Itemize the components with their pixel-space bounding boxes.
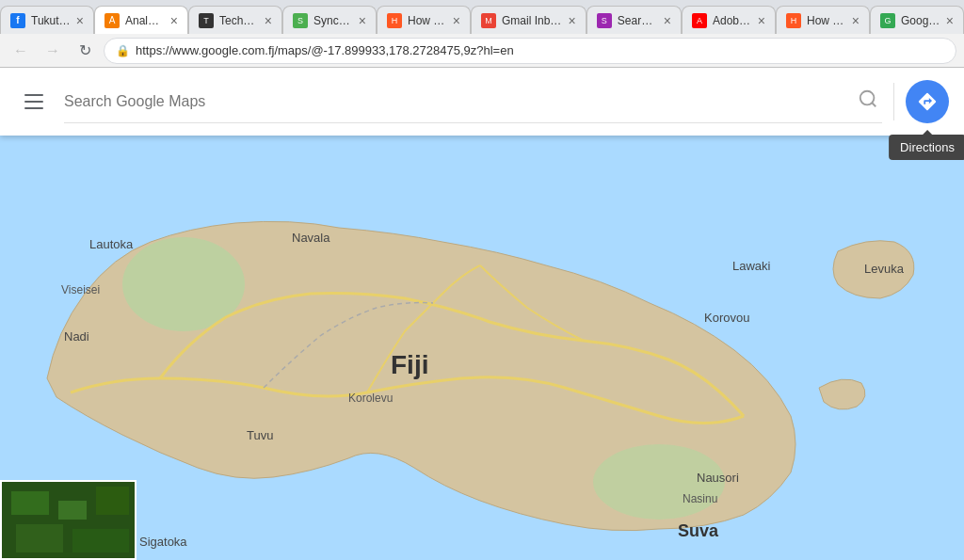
svg-text:Viseisei: Viseisei [61, 283, 100, 296]
tab-label-searchco: Search Co... [618, 14, 658, 27]
tab-favicon-howtom: H [387, 13, 402, 28]
svg-point-21 [860, 91, 875, 105]
tab-favicon-searchco: S [597, 13, 612, 28]
svg-text:Sigatoka: Sigatoka [139, 535, 187, 549]
tab-favicon-howtoe: H [786, 13, 801, 28]
hamburger-line-1 [24, 94, 43, 96]
tab-technology[interactable]: T Technolo... × [188, 6, 282, 34]
tab-label-technology: Technolo... [219, 14, 259, 27]
tab-howtom[interactable]: H How to m... × [377, 6, 471, 34]
tab-close-googlemaps[interactable]: × [946, 13, 954, 28]
svg-text:Suva: Suva [678, 521, 719, 540]
tab-tukutuku[interactable]: f Tukutuku... × [0, 6, 94, 34]
tab-favicon-analytics: A [104, 13, 120, 28]
svg-text:Lawaki: Lawaki [732, 259, 771, 273]
tab-howtoe[interactable]: H How to E... × [776, 6, 870, 34]
svg-rect-29 [72, 529, 129, 552]
svg-text:Korolevu: Korolevu [348, 392, 393, 405]
svg-rect-28 [16, 524, 63, 552]
tab-favicon-synccom: S [293, 13, 308, 28]
svg-text:Nasinu: Nasinu [683, 492, 717, 505]
satellite-thumbnail[interactable] [0, 480, 137, 560]
tab-favicon-gmail: M [481, 13, 496, 28]
svg-text:Navala: Navala [292, 231, 330, 245]
svg-rect-26 [58, 501, 87, 520]
svg-text:Nadi: Nadi [64, 329, 89, 344]
tab-label-howtoe: How to E... [807, 14, 846, 27]
tab-label-synccom: Sync.com... [313, 14, 353, 27]
address-url: https://www.google.com.fj/maps/@-17.8999… [136, 43, 944, 57]
search-button[interactable] [854, 85, 882, 118]
tab-bar: f Tukutuku... × A Analytics × T Technolo… [0, 0, 964, 34]
hamburger-menu-button[interactable] [15, 83, 53, 120]
svg-rect-27 [96, 487, 129, 515]
map-svg: Fiji Korolevu Lautoka Navala Nadi Viseis… [0, 68, 964, 560]
tab-label-googlemaps: Googl... [901, 14, 940, 27]
svg-text:Lautoka: Lautoka [89, 237, 134, 251]
tab-analytics[interactable]: A Analytics × [94, 6, 188, 34]
tab-label-adobe: Adobe Au... [713, 14, 752, 27]
tab-gmail[interactable]: M Gmail Inbox (37... × [471, 6, 586, 34]
secure-icon: 🔒 [116, 44, 130, 57]
reload-button[interactable]: ↻ [72, 38, 98, 64]
svg-rect-25 [11, 491, 49, 515]
tab-favicon-googlemaps: G [880, 13, 895, 28]
tab-close-howtom[interactable]: × [453, 13, 460, 28]
tab-favicon-technology: T [199, 13, 214, 28]
hamburger-line-3 [24, 107, 43, 109]
tab-synccom[interactable]: S Sync.com... × [282, 6, 377, 34]
tab-googlemaps[interactable]: G Googl... × [870, 6, 964, 34]
directions-button[interactable] [906, 80, 949, 123]
tab-searchco[interactable]: S Search Co... × [586, 6, 682, 34]
forward-button[interactable]: → [40, 38, 66, 64]
browser-frame: f Tukutuku... × A Analytics × T Technolo… [0, 0, 964, 560]
tab-close-searchco[interactable]: × [664, 13, 671, 28]
back-button[interactable]: ← [8, 38, 34, 64]
tab-favicon-adobe: A [692, 13, 707, 28]
tab-label-analytics: Analytics [125, 14, 165, 27]
tab-close-adobe[interactable]: × [758, 13, 765, 28]
svg-text:Tuvu: Tuvu [247, 428, 273, 442]
svg-line-22 [872, 103, 876, 106]
tab-close-howtoe[interactable]: × [852, 13, 860, 28]
search-input[interactable] [64, 93, 854, 110]
map-area: Fiji Korolevu Lautoka Navala Nadi Viseis… [0, 68, 964, 560]
search-directions-divider [893, 83, 894, 120]
tab-close-technology[interactable]: × [265, 13, 272, 28]
maps-header: Directions [0, 68, 964, 136]
svg-text:Nausori: Nausori [697, 471, 739, 485]
svg-text:Korovou: Korovou [704, 311, 749, 325]
svg-text:Levuka: Levuka [864, 262, 905, 276]
tab-close-analytics[interactable]: × [170, 13, 178, 28]
tab-close-tukutuku[interactable]: × [76, 13, 84, 28]
svg-text:Fiji: Fiji [391, 350, 428, 379]
address-bar: ← → ↻ 🔒 https://www.google.com.fj/maps/@… [0, 34, 964, 68]
tab-label-gmail: Gmail Inbox (37... [502, 14, 563, 27]
tab-adobe[interactable]: A Adobe Au... × [682, 6, 776, 34]
tab-favicon-tukutuku: f [10, 13, 25, 28]
address-bar-input[interactable]: 🔒 https://www.google.com.fj/maps/@-17.89… [104, 38, 956, 64]
tab-close-gmail[interactable]: × [569, 13, 576, 28]
tab-close-synccom[interactable]: × [359, 13, 366, 28]
tab-label-howtom: How to m... [408, 14, 447, 27]
tab-label-tukutuku: Tukutuku... [31, 14, 71, 27]
hamburger-line-2 [24, 101, 43, 103]
